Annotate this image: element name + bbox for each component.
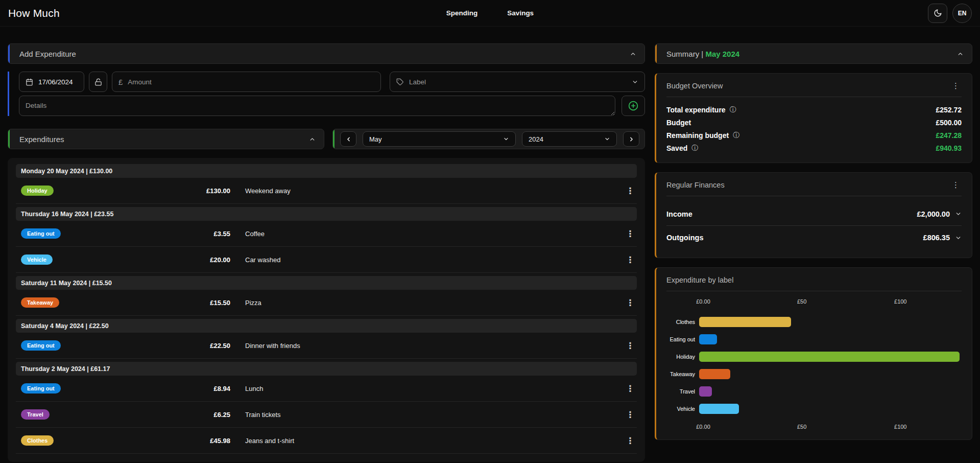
budget-row: Budget£500.00 xyxy=(666,116,962,129)
budget-row-label: Remaining budgetⓘ xyxy=(666,131,739,140)
budget-overview-rows: Total expenditureⓘ£252.72Budget£500.00Re… xyxy=(666,103,962,154)
finance-row-value: £2,000.00 xyxy=(917,210,962,218)
date-group: Thursday 2 May 2024 | £61.17Eating out£8… xyxy=(16,362,637,454)
info-icon[interactable]: ⓘ xyxy=(691,144,698,153)
budget-row-label: Savedⓘ xyxy=(666,144,698,153)
app-root: How Much Spending Savings EN Add Expendi… xyxy=(0,0,980,462)
label-pill-cell: Takeaway xyxy=(16,297,82,308)
month-select-value: May xyxy=(369,135,503,143)
summary-title: Summary | May 2024 xyxy=(666,50,739,58)
add-expenditure-header[interactable]: Add Expenditure xyxy=(8,43,645,64)
date-lock-button[interactable] xyxy=(89,72,107,92)
expenditure-by-label-chart: £0.00£50£100 ClothesEating outHolidayTak… xyxy=(666,297,962,431)
date-group: Saturday 11 May 2024 | £15.50Takeaway£15… xyxy=(16,276,637,316)
date-group-header: Thursday 16 May 2024 | £23.55 xyxy=(16,207,637,221)
chart-bar-label: Travel xyxy=(666,388,699,395)
top-nav: Spending Savings xyxy=(446,9,534,17)
axis-tick-label: £100 xyxy=(894,424,906,430)
expenditure-row: Eating out£3.55Coffee⋮ xyxy=(16,221,637,247)
row-menu-button[interactable]: ⋮ xyxy=(624,436,637,445)
app-logo[interactable]: How Much xyxy=(8,7,60,19)
label-pill: Holiday xyxy=(21,186,54,196)
main-content: Add Expenditure 17/06/2024 xyxy=(0,27,980,462)
chart-bar-row: Vehicle xyxy=(666,400,962,418)
theme-toggle-button[interactable] xyxy=(928,4,947,23)
chart-axis-top: £0.00£50£100 xyxy=(703,298,962,306)
info-icon[interactable]: ⓘ xyxy=(733,131,739,140)
chart-bar xyxy=(699,404,739,414)
chart-bar-label: Clothes xyxy=(666,319,699,325)
chart-bar-track xyxy=(699,334,962,344)
info-icon[interactable]: ⓘ xyxy=(730,105,736,114)
expenditure-description: Lunch xyxy=(230,385,616,392)
expenditures-header[interactable]: Expenditures xyxy=(8,129,324,149)
budget-row-label: Budget xyxy=(666,119,691,127)
summary-column: Summary | May 2024 Budget Overview ⋮ Tot… xyxy=(655,43,972,440)
date-group-header: Saturday 11 May 2024 | £15.50 xyxy=(16,276,637,290)
amount-input[interactable] xyxy=(128,78,374,86)
axis-tick-label: £50 xyxy=(797,298,806,305)
label-pill: Takeaway xyxy=(21,297,59,308)
axis-tick-label: £50 xyxy=(797,424,806,430)
row-menu-button[interactable]: ⋮ xyxy=(624,298,637,307)
row-menu-button[interactable]: ⋮ xyxy=(624,341,637,350)
chart-bar-row: Eating out xyxy=(666,331,962,348)
chevron-down-icon xyxy=(604,136,610,142)
label-select[interactable]: Label xyxy=(390,72,645,92)
summary-header[interactable]: Summary | May 2024 xyxy=(655,43,972,64)
row-menu-button[interactable]: ⋮ xyxy=(624,229,637,238)
expenditure-description: Dinner with friends xyxy=(230,342,616,350)
finance-row-label: Income xyxy=(666,210,692,218)
label-pill-cell: Eating out xyxy=(16,383,82,393)
row-menu-button[interactable]: ⋮ xyxy=(624,410,637,419)
expenditure-row: Takeaway£15.50Pizza⋮ xyxy=(16,290,637,316)
next-month-button[interactable] xyxy=(623,131,639,147)
budget-overview-menu-button[interactable]: ⋮ xyxy=(950,81,962,90)
expenditure-amount: £45.98 xyxy=(82,437,230,445)
regular-finances-card: Regular Finances ⋮ Income£2,000.00Outgoi… xyxy=(655,172,972,258)
expenditures-header-row: Expenditures May xyxy=(8,129,645,149)
label-pill-cell: Eating out xyxy=(16,340,82,351)
year-select[interactable]: 2024 xyxy=(522,131,617,147)
expenditure-description: Coffee xyxy=(230,230,616,238)
unlock-icon xyxy=(94,78,102,86)
previous-month-button[interactable] xyxy=(340,131,356,147)
finance-row[interactable]: Income£2,000.00 xyxy=(666,202,962,226)
date-value: 17/06/2024 xyxy=(38,78,73,86)
date-group-header: Monday 20 May 2024 | £130.00 xyxy=(16,164,637,178)
add-expenditure-submit-button[interactable] xyxy=(622,96,645,116)
budget-row-value: £247.28 xyxy=(936,131,962,140)
month-select[interactable]: May xyxy=(363,131,516,147)
details-textarea[interactable] xyxy=(19,96,615,116)
language-button[interactable]: EN xyxy=(952,4,972,23)
nav-spending[interactable]: Spending xyxy=(446,9,478,17)
topbar-actions: EN xyxy=(928,4,972,23)
axis-tick-label: £0.00 xyxy=(696,424,710,430)
finance-amount: £2,000.00 xyxy=(917,210,950,218)
divider xyxy=(666,291,962,291)
nav-savings[interactable]: Savings xyxy=(507,9,534,17)
budget-row: Savedⓘ£940.93 xyxy=(666,142,962,154)
divider xyxy=(666,97,962,97)
expenditure-amount: £130.00 xyxy=(82,187,230,195)
summary-title-period: May 2024 xyxy=(705,50,739,58)
budget-overview-card: Budget Overview ⋮ Total expenditureⓘ£252… xyxy=(655,73,972,163)
row-menu-button[interactable]: ⋮ xyxy=(624,256,637,264)
amount-field-wrap: £ xyxy=(112,72,381,92)
chart-bars: ClothesEating outHolidayTakeawayTravelVe… xyxy=(666,313,962,418)
label-pill-cell: Vehicle xyxy=(16,254,82,265)
chevron-up-icon xyxy=(309,136,316,143)
regular-finances-menu-button[interactable]: ⋮ xyxy=(950,180,962,190)
row-menu-button[interactable]: ⋮ xyxy=(624,384,637,393)
budget-row-label: Total expenditureⓘ xyxy=(666,105,736,114)
date-input[interactable]: 17/06/2024 xyxy=(19,72,84,92)
plus-circle-icon xyxy=(628,101,638,111)
chart-bar-track xyxy=(699,317,962,327)
expenditure-description: Train tickets xyxy=(230,411,616,419)
expenditure-row: Eating out£22.50Dinner with friends⋮ xyxy=(16,333,637,359)
label-pill-cell: Travel xyxy=(16,409,82,420)
row-menu-button[interactable]: ⋮ xyxy=(624,187,637,195)
finance-row[interactable]: Outgoings£806.35 xyxy=(666,226,962,249)
expenditure-amount: £15.50 xyxy=(82,299,230,307)
calendar-icon xyxy=(26,78,33,86)
